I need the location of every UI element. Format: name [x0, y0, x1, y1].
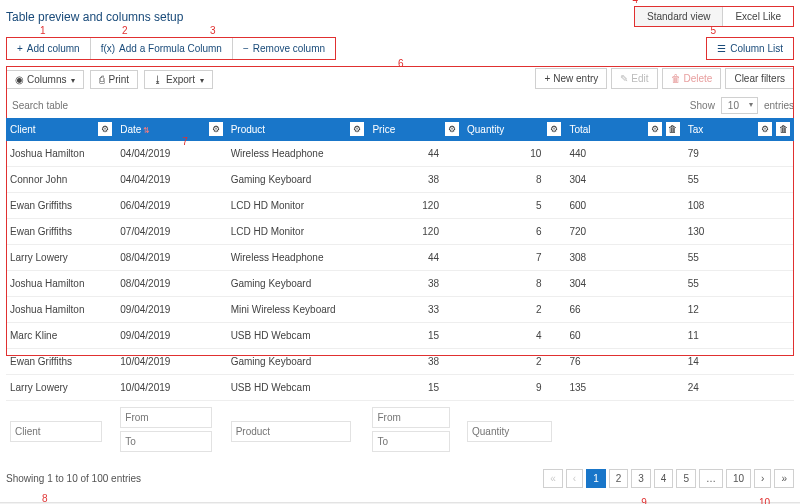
trash-icon[interactable]: 🗑	[666, 122, 680, 136]
edit-button[interactable]: ✎Edit	[611, 68, 657, 89]
cell-tax: 14	[684, 349, 794, 375]
gear-icon[interactable]: ⚙	[445, 122, 459, 136]
page-title: Table preview and columns setup	[6, 10, 183, 24]
cell-total: 720	[565, 219, 683, 245]
trash-icon[interactable]: 🗑	[776, 122, 790, 136]
cell-price: 38	[368, 167, 463, 193]
cell-quantity: 10	[463, 141, 565, 167]
remove-column-button[interactable]: −Remove column	[233, 38, 335, 59]
pager-page[interactable]: 1	[586, 469, 606, 488]
col-date[interactable]: Date	[120, 124, 141, 135]
col-client[interactable]: Client	[10, 124, 36, 135]
column-list-button[interactable]: ☰Column List	[706, 37, 794, 60]
cell-product: Mini Wireless Keyboard	[227, 297, 369, 323]
cell-total: 600	[565, 193, 683, 219]
delete-label: Delete	[684, 73, 713, 84]
gear-icon[interactable]: ⚙	[547, 122, 561, 136]
table-row[interactable]: Ewan Griffiths 10/04/2019 Gaming Keyboar…	[6, 349, 794, 375]
cell-client: Joshua Hamilton	[6, 297, 116, 323]
cell-quantity: 2	[463, 297, 565, 323]
cell-quantity: 8	[463, 167, 565, 193]
pager-page[interactable]: 3	[631, 469, 651, 488]
table-row[interactable]: Larry Lowery 10/04/2019 USB HD Webcam 15…	[6, 375, 794, 401]
cell-date: 06/04/2019	[116, 193, 226, 219]
cell-tax: 11	[684, 323, 794, 349]
table-row[interactable]: Connor John 04/04/2019 Gaming Keyboard 3…	[6, 167, 794, 193]
print-button[interactable]: ⎙Print	[90, 70, 138, 89]
filter-quantity[interactable]	[467, 421, 552, 442]
trash-icon: 🗑	[671, 73, 681, 84]
pager: « ‹ 1 2 3 4 5 … 10 › »	[543, 469, 794, 488]
filter-date-to[interactable]	[120, 431, 212, 452]
pager-last[interactable]: »	[774, 469, 794, 488]
filter-client[interactable]	[10, 421, 102, 442]
gear-icon[interactable]: ⚙	[98, 122, 112, 136]
filter-date-from[interactable]	[120, 407, 212, 428]
pencil-icon: ✎	[620, 73, 628, 84]
gear-icon[interactable]: ⚙	[350, 122, 364, 136]
table-row[interactable]: Joshua Hamilton 04/04/2019 Wireless Head…	[6, 141, 794, 167]
cell-product: LCD HD Monitor	[227, 193, 369, 219]
pager-page[interactable]: 2	[609, 469, 629, 488]
cell-tax: 108	[684, 193, 794, 219]
table-row[interactable]: Joshua Hamilton 08/04/2019 Gaming Keyboa…	[6, 271, 794, 297]
filter-price-to[interactable]	[372, 431, 450, 452]
table-row[interactable]: Larry Lowery 08/04/2019 Wireless Headpho…	[6, 245, 794, 271]
pager-prev[interactable]: ‹	[566, 469, 583, 488]
table-row[interactable]: Marc Kline 09/04/2019 USB HD Webcam 15 4…	[6, 323, 794, 349]
columns-dropdown[interactable]: ◉Columns	[6, 70, 84, 89]
cell-total: 304	[565, 167, 683, 193]
export-label: Export	[166, 74, 195, 85]
cell-quantity: 8	[463, 271, 565, 297]
gear-icon[interactable]: ⚙	[209, 122, 223, 136]
cell-price: 38	[368, 349, 463, 375]
search-input[interactable]	[6, 96, 126, 115]
col-product[interactable]: Product	[231, 124, 265, 135]
pager-page[interactable]: 4	[654, 469, 674, 488]
col-quantity[interactable]: Quantity	[467, 124, 504, 135]
table-row[interactable]: Ewan Griffiths 07/04/2019 LCD HD Monitor…	[6, 219, 794, 245]
cell-quantity: 5	[463, 193, 565, 219]
download-icon: ⭳	[153, 74, 163, 85]
filter-product[interactable]	[231, 421, 351, 442]
cell-product: Gaming Keyboard	[227, 167, 369, 193]
column-list-label: Column List	[730, 43, 783, 54]
filter-price-from[interactable]	[372, 407, 450, 428]
add-column-button[interactable]: +Add column	[7, 38, 91, 59]
cell-price: 44	[368, 245, 463, 271]
cell-client: Joshua Hamilton	[6, 271, 116, 297]
entries-count-select[interactable]: 10	[721, 97, 758, 114]
clear-filters-button[interactable]: Clear filters	[725, 68, 794, 89]
cell-quantity: 4	[463, 323, 565, 349]
gear-icon[interactable]: ⚙	[648, 122, 662, 136]
col-price[interactable]: Price	[372, 124, 395, 135]
export-dropdown[interactable]: ⭳Export	[144, 70, 213, 89]
pager-page[interactable]: 10	[726, 469, 751, 488]
annotation-8: 8	[42, 493, 48, 504]
add-formula-column-button[interactable]: f(x)Add a Formula Column	[91, 38, 233, 59]
cell-client: Marc Kline	[6, 323, 116, 349]
new-entry-button[interactable]: +New entry	[535, 68, 607, 89]
standard-view-tab[interactable]: Standard view	[635, 7, 723, 26]
cell-tax: 130	[684, 219, 794, 245]
new-entry-label: New entry	[553, 73, 598, 84]
cell-total: 135	[565, 375, 683, 401]
table-row[interactable]: Ewan Griffiths 06/04/2019 LCD HD Monitor…	[6, 193, 794, 219]
pager-page[interactable]: 5	[676, 469, 696, 488]
pager-first[interactable]: «	[543, 469, 563, 488]
pager-next[interactable]: ›	[754, 469, 771, 488]
print-icon: ⎙	[99, 74, 105, 85]
cell-client: Connor John	[6, 167, 116, 193]
delete-button[interactable]: 🗑Delete	[662, 68, 722, 89]
cell-date: 08/04/2019	[116, 245, 226, 271]
annotation-1: 1	[40, 25, 46, 36]
add-column-label: Add column	[27, 43, 80, 54]
col-total[interactable]: Total	[569, 124, 590, 135]
minus-icon: −	[243, 43, 249, 54]
excel-like-tab[interactable]: Excel Like	[723, 7, 793, 26]
cell-date: 09/04/2019	[116, 323, 226, 349]
gear-icon[interactable]: ⚙	[758, 122, 772, 136]
table-row[interactable]: Joshua Hamilton 09/04/2019 Mini Wireless…	[6, 297, 794, 323]
col-tax[interactable]: Tax	[688, 124, 704, 135]
cell-date: 04/04/2019	[116, 167, 226, 193]
